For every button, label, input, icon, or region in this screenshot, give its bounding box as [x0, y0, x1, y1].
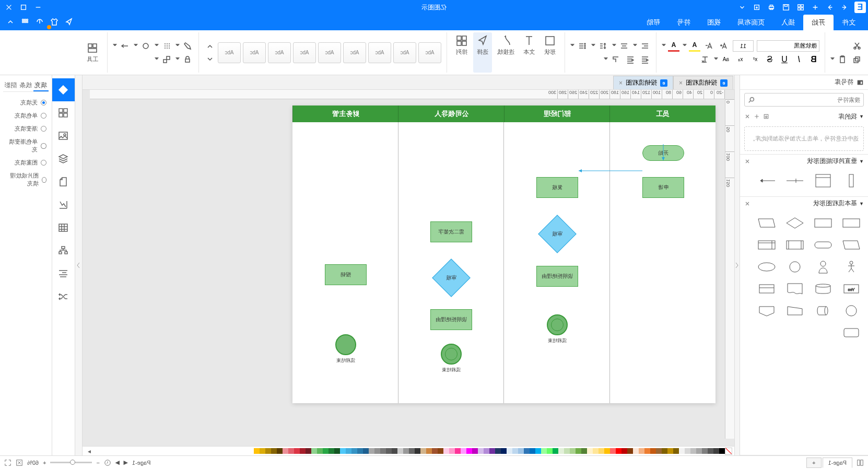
fill-option-solid[interactable]: 单色填充	[5, 109, 46, 122]
color-swatch[interactable]	[466, 448, 472, 454]
color-swatch[interactable]	[581, 448, 587, 454]
chevron-down-icon[interactable]	[612, 44, 616, 48]
clear-format-icon[interactable]	[699, 54, 711, 65]
shape-separator[interactable]	[782, 171, 807, 190]
save-icon[interactable]	[779, 1, 793, 14]
color-swatch[interactable]	[690, 448, 696, 454]
menu-file[interactable]: 文件	[834, 15, 864, 30]
chevron-down-icon[interactable]	[714, 57, 718, 62]
canvas-scroll[interactable]: -200204060801001201401601802002202402602…	[83, 90, 734, 446]
chevron-down-icon[interactable]	[134, 44, 138, 48]
strip-align-icon[interactable]	[52, 262, 75, 285]
font-size-input[interactable]	[733, 40, 754, 52]
color-swatch[interactable]	[329, 448, 334, 454]
close-section-icon[interactable]	[744, 158, 750, 165]
color-swatch[interactable]	[489, 448, 495, 454]
color-swatch[interactable]	[288, 448, 294, 454]
strip-document-icon[interactable]	[52, 170, 75, 193]
fill-option-none[interactable]: 无填充	[5, 96, 46, 109]
shape-cylinder[interactable]	[811, 301, 836, 320]
style-preset[interactable]: Abc	[418, 42, 441, 63]
color-swatch[interactable]	[541, 448, 547, 454]
color-swatch[interactable]	[351, 448, 357, 454]
chevron-down-icon[interactable]	[175, 44, 180, 48]
color-swatch[interactable]	[495, 448, 501, 454]
color-swatch[interactable]	[392, 448, 397, 454]
subscript-icon[interactable]: x₂	[735, 54, 746, 65]
collapse-ribbon-icon[interactable]	[4, 16, 17, 28]
color-swatch[interactable]	[713, 448, 719, 454]
maximize-icon[interactable]	[17, 1, 30, 14]
chevron-down-icon[interactable]	[570, 44, 574, 48]
add-page-button[interactable]: +	[806, 458, 821, 468]
color-swatch[interactable]	[576, 448, 581, 454]
windows-icon[interactable]	[794, 1, 807, 14]
color-swatch[interactable]	[254, 448, 260, 454]
color-swatch[interactable]	[673, 448, 679, 454]
zoom-slider[interactable]	[50, 462, 92, 463]
underline-icon[interactable]: U	[779, 54, 790, 65]
apps-icon[interactable]	[19, 16, 31, 28]
menu-insert[interactable]: 插入	[773, 15, 803, 30]
menu-help[interactable]: 帮助	[638, 15, 668, 30]
node-apply[interactable]: 申请	[642, 177, 684, 198]
style-preset[interactable]: Abc	[268, 42, 291, 63]
style-preset[interactable]: Abc	[218, 42, 241, 63]
style-preset[interactable]: Abc	[243, 42, 266, 63]
page[interactable]: 员工 部门经理 公司领导人 财务主管 开始 申请 复核 审核 说明	[292, 105, 715, 403]
strip-org-icon[interactable]	[52, 239, 75, 262]
color-swatch[interactable]	[512, 448, 518, 454]
page-layout-icon[interactable]	[857, 459, 864, 466]
text-tool-button[interactable]: 文本	[520, 32, 538, 73]
basic-flow-head[interactable]: ▼ 基本流程图形状	[740, 197, 868, 210]
indent-right-icon[interactable]	[625, 54, 636, 65]
canvas-inner[interactable]: 员工 部门经理 公司领导人 财务主管 开始 申请 复核 审核 说明	[90, 99, 725, 439]
color-swatch[interactable]	[610, 448, 616, 454]
history-icon[interactable]	[104, 459, 111, 466]
superscript-icon[interactable]: x²	[749, 54, 761, 65]
cut-icon[interactable]	[851, 40, 863, 52]
chevron-down-icon[interactable]	[662, 44, 666, 48]
shape-parallelogram[interactable]	[839, 236, 864, 254]
color-swatch[interactable]	[524, 448, 530, 454]
lane-finance[interactable]: 报销 流程结束	[292, 122, 398, 403]
color-swatch[interactable]	[484, 448, 489, 454]
color-swatch[interactable]	[311, 448, 317, 454]
menu-start[interactable]: 开始	[803, 15, 834, 30]
color-swatch[interactable]	[667, 448, 673, 454]
color-swatch[interactable]	[461, 448, 466, 454]
color-swatch[interactable]	[271, 448, 277, 454]
strip-image-icon[interactable]	[52, 124, 75, 147]
minimize-icon[interactable]	[31, 1, 45, 14]
color-swatch[interactable]	[587, 448, 593, 454]
lane-header[interactable]: 财务主管	[292, 105, 398, 122]
page-tab[interactable]: Page-1	[823, 458, 852, 468]
increase-font-icon[interactable]	[718, 40, 730, 52]
mylib-section-head[interactable]: ▼ 我的库	[740, 110, 868, 123]
symbol-search-box[interactable]	[744, 93, 864, 107]
color-swatch[interactable]	[438, 448, 443, 454]
shape-offpage[interactable]	[754, 301, 779, 320]
line-spacing-icon[interactable]	[597, 40, 609, 52]
color-swatch[interactable]	[346, 448, 351, 454]
color-swatch[interactable]	[426, 448, 432, 454]
undo-icon[interactable]	[838, 1, 851, 14]
chevron-down-icon[interactable]	[155, 57, 159, 62]
chevron-down-icon[interactable]	[113, 44, 117, 48]
color-swatch[interactable]	[306, 448, 311, 454]
color-swatch[interactable]	[547, 448, 553, 454]
arrange-tool-button[interactable]: 排列	[452, 32, 471, 73]
group-icon[interactable]	[161, 54, 172, 65]
color-swatch[interactable]	[277, 448, 283, 454]
shape-vertical-lane[interactable]	[839, 171, 864, 190]
strip-layers-icon[interactable]	[52, 147, 75, 170]
color-swatch[interactable]	[558, 448, 564, 454]
style-preset[interactable]: Abc	[293, 42, 316, 63]
color-swatch[interactable]	[420, 448, 426, 454]
zoom-out-button[interactable]: −	[96, 460, 99, 466]
color-swatch[interactable]	[604, 448, 610, 454]
fill-option-pattern[interactable]: 图案填充	[5, 156, 46, 169]
shape-decision[interactable]	[782, 214, 807, 232]
shape-actor-solid[interactable]	[811, 257, 836, 276]
color-swatch[interactable]	[633, 448, 639, 454]
